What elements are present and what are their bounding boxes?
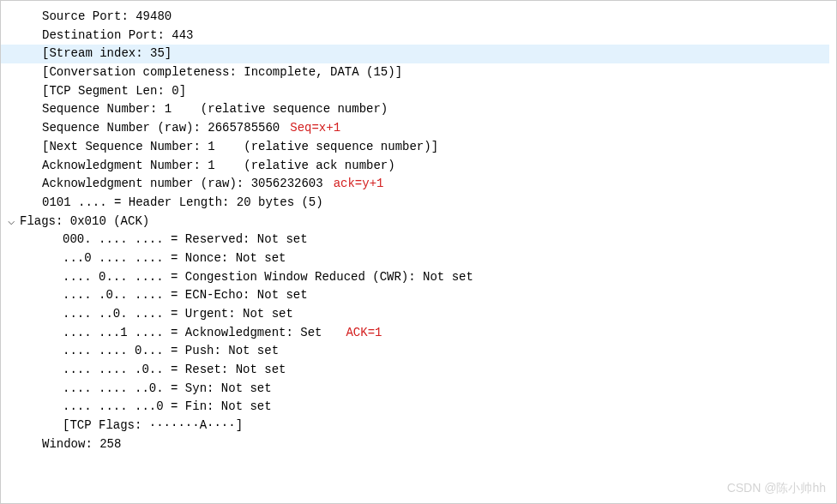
flag-ack-text: .... ...1 .... = Acknowledgment: Set [63,326,322,339]
flags-header-row[interactable]: ⌵Flags: 0x010 (ACK) [1,213,829,231]
conversation-completeness-text: [Conversation completeness: Incomplete, … [42,65,402,79]
flag-cwr-row[interactable]: .... 0... .... = Congestion Window Reduc… [1,268,829,287]
sequence-number-row[interactable]: Sequence Number: 1 (relative sequence nu… [1,100,829,119]
header-length-row[interactable]: 0101 .... = Header Length: 20 bytes (5) [1,194,829,213]
tcp-segment-len-text: [TCP Segment Len: 0] [42,84,186,98]
source-port-text: Source Port: 49480 [42,9,172,23]
flag-reset-text: .... .... .0.. = Reset: Not set [63,363,286,376]
flag-reserved-text: 000. .... .... = Reserved: Not set [63,232,308,246]
source-port-row[interactable]: Source Port: 49480 [1,8,829,27]
seq-annotation: Seq=x+1 [290,121,340,135]
tcp-flags-summary-text: [TCP Flags: ·······A····] [63,418,243,432]
flag-push-text: .... .... 0... = Push: Not set [63,344,279,357]
ack-number-raw-row[interactable]: Acknowledgment number (raw): 3056232603a… [1,175,829,194]
flag-cwr-text: .... 0... .... = Congestion Window Reduc… [63,270,473,284]
watermark-text: CSDN @陈小帅hh [727,481,826,496]
flag-fin-row[interactable]: .... .... ...0 = Fin: Not set [1,398,829,417]
flag-urgent-row[interactable]: .... ..0. .... = Urgent: Not set [1,305,829,324]
dest-port-row[interactable]: Destination Port: 443 [1,27,829,45]
sequence-number-text: Sequence Number: 1 (relative sequence nu… [42,102,388,116]
flag-reserved-row[interactable]: 000. .... .... = Reserved: Not set [1,231,829,249]
next-sequence-number-row[interactable]: [Next Sequence Number: 1 (relative seque… [1,138,829,157]
stream-index-text: [Stream index: 35] [42,46,172,60]
flag-fin-text: .... .... ...0 = Fin: Not set [63,399,272,413]
window-text: Window: 258 [42,437,121,451]
flag-push-row[interactable]: .... .... 0... = Push: Not set [1,342,829,361]
flag-nonce-text: ...0 .... .... = Nonce: Not set [63,251,286,265]
tcp-segment-len-row[interactable]: [TCP Segment Len: 0] [1,82,829,101]
flag-syn-row[interactable]: .... .... ..0. = Syn: Not set [1,380,829,399]
flag-ecn-text: .... .0.. .... = ECN-Echo: Not set [63,288,308,302]
ack-number-text: Acknowledgment Number: 1 (relative ack n… [42,159,395,172]
sequence-number-raw-text: Sequence Number (raw): 2665785560 [42,121,280,135]
conversation-completeness-row[interactable]: [Conversation completeness: Incomplete, … [1,63,829,82]
flag-reset-row[interactable]: .... .... .0.. = Reset: Not set [1,361,829,380]
flags-header-text: Flags: 0x010 (ACK) [20,214,149,228]
flag-syn-text: .... .... ..0. = Syn: Not set [63,381,272,395]
ack-annotation: ack=y+1 [334,177,384,190]
tcp-flags-summary-row[interactable]: [TCP Flags: ·······A····] [1,417,829,435]
window-row[interactable]: Window: 258 [1,435,829,454]
dest-port-text: Destination Port: 443 [42,28,193,42]
ack-number-row[interactable]: Acknowledgment Number: 1 (relative ack n… [1,157,829,176]
flag-nonce-row[interactable]: ...0 .... .... = Nonce: Not set [1,249,829,268]
next-sequence-number-text: [Next Sequence Number: 1 (relative seque… [42,140,438,153]
stream-index-row[interactable]: [Stream index: 35] [1,45,829,63]
ack-number-raw-text: Acknowledgment number (raw): 3056232603 [42,177,323,190]
flag-urgent-text: .... ..0. .... = Urgent: Not set [63,307,293,321]
sequence-number-raw-row[interactable]: Sequence Number (raw): 2665785560Seq=x+1 [1,119,829,138]
flag-ecn-row[interactable]: .... .0.. .... = ECN-Echo: Not set [1,286,829,305]
header-length-text: 0101 .... = Header Length: 20 bytes (5) [42,195,323,209]
expand-collapse-icon[interactable]: ⌵ [8,213,20,231]
ackflag-annotation: ACK=1 [346,326,382,339]
flag-ack-row[interactable]: .... ...1 .... = Acknowledgment: SetACK=… [1,324,829,343]
